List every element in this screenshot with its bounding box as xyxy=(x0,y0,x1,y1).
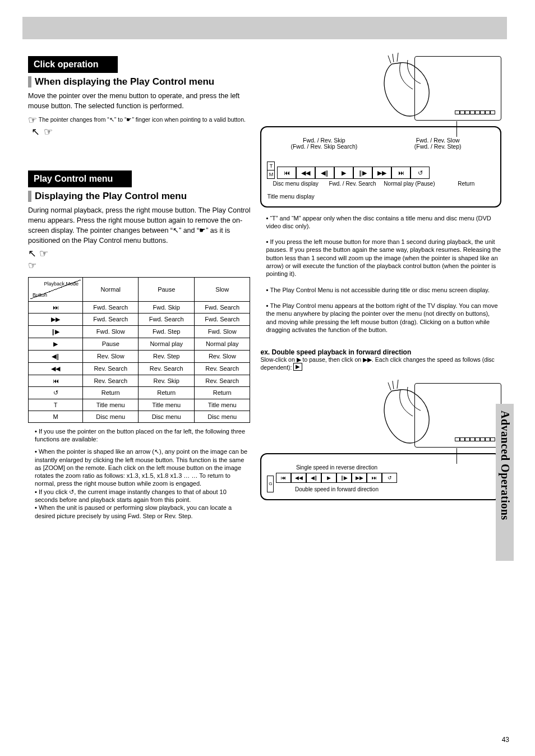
table-header-mode: Playback Mode xyxy=(44,281,79,287)
t-button[interactable]: T xyxy=(268,162,274,170)
table-cell: Return xyxy=(83,386,139,399)
table-row-button: ◀◀ xyxy=(29,362,83,375)
play-control-diagram-1: Fwd. / Rev. Skip (Fwd. / Rev. Skip Searc… xyxy=(260,126,501,208)
table-cell: Fwd. Search xyxy=(194,301,250,313)
table-cell: Rev. Search xyxy=(83,375,139,386)
play-button[interactable]: ▶ xyxy=(334,167,353,179)
note-not-accessible: The Play Control Menu is not accessible … xyxy=(266,286,501,294)
table-cell: Normal play xyxy=(194,338,250,350)
mini-control-bar xyxy=(455,110,495,114)
table-cell: Fwd. Skip xyxy=(139,301,194,313)
cap-return: Return xyxy=(438,181,495,187)
fwd-search-button[interactable]: ▶▶ xyxy=(372,167,391,179)
return-bullet: If you click ↺, the current image instan… xyxy=(35,488,250,504)
header-bar xyxy=(22,17,507,39)
note-below-table: If you use the pointer on the button pla… xyxy=(35,427,250,444)
table-cell: Disc menu xyxy=(139,411,194,422)
table-row-button: ▶▶ xyxy=(29,313,83,325)
heading-play-control-menu: Play Control menu xyxy=(28,170,132,187)
cap-disc-menu: Disc menu display xyxy=(267,181,324,187)
play-icon-inline: ▶ xyxy=(293,363,302,371)
cap-search: Fwd. / Rev. Search xyxy=(324,181,381,187)
table-cell: Return xyxy=(194,386,250,399)
label-title-menu: Title menu display xyxy=(267,193,495,200)
note-t-m: “T” and “M” appear only when the disc co… xyxy=(266,214,501,231)
table-cell: Pause xyxy=(83,338,139,350)
note-pointer-change: The pointer changes from “↖” to “☛” fing… xyxy=(39,116,246,123)
zoom-bullet: When the pointer is shaped like an arrow… xyxy=(35,448,250,487)
finger-icon: ☞ xyxy=(28,114,37,126)
table-cell: Fwd. Slow xyxy=(83,325,139,338)
table-row-button: ⏭ xyxy=(29,301,83,313)
cap-slow: Fwd. / Rev. Slow (Fwd. / Rev. Step) xyxy=(381,137,495,150)
fwd-search-button[interactable]: ▶▶ xyxy=(352,473,367,483)
table-cell: Disc menu xyxy=(83,411,139,422)
prev-skip-button[interactable]: ⏮ xyxy=(277,167,296,179)
illustration-mouse-monitor-1 xyxy=(372,56,501,132)
table-cell: Rev. Search xyxy=(139,362,194,375)
return-button[interactable]: ↺ xyxy=(411,167,430,179)
play-button[interactable]: ▶ xyxy=(321,473,336,483)
rev-step-button[interactable]: ◀‖ xyxy=(306,473,321,483)
command-table: Playback ModeButton Normal Pause Slow ⏭F… xyxy=(28,277,250,423)
next-skip-button[interactable]: ⏭ xyxy=(391,167,411,179)
prev-skip-button[interactable]: ⏮ xyxy=(276,473,291,483)
table-row-button: M xyxy=(29,411,83,422)
table-row-button: ‖▶ xyxy=(29,325,83,338)
table-col-slow: Slow xyxy=(194,277,250,301)
table-row-button: ▶ xyxy=(29,338,83,350)
inline-icons-row: ↖ ☞ xyxy=(28,248,250,259)
finger-icon-large: ☞ xyxy=(28,260,250,271)
fwd-step-button[interactable]: ‖▶ xyxy=(336,473,352,483)
table-row-button: ◀‖ xyxy=(29,350,83,362)
table-cell: Return xyxy=(139,386,194,399)
table-cell: Fwd. Search xyxy=(83,301,139,313)
example-text: Slow-click on ▶ to pause, then click on … xyxy=(260,356,501,371)
table-cell: Fwd. Step xyxy=(139,325,194,338)
mini-control-bar xyxy=(455,437,495,441)
fwd-step-button[interactable]: ‖▶ xyxy=(353,167,372,179)
table-cell: Rev. Slow xyxy=(194,350,250,362)
table-cell: Rev. Skip xyxy=(139,375,194,386)
g-button[interactable]: G xyxy=(267,476,274,492)
table-cell: Rev. Search xyxy=(83,362,139,375)
para-click-op: Move the pointer over the menu button to… xyxy=(28,91,250,111)
rev-search-button[interactable]: ◀◀ xyxy=(296,167,315,179)
table-cell: Fwd. Slow xyxy=(194,325,250,338)
table-cell: Rev. Search xyxy=(194,362,250,375)
table-cell: Rev. Search xyxy=(194,375,250,386)
table-cell: Title menu xyxy=(139,399,194,411)
cap-double-fwd: Double speed in forward direction xyxy=(276,486,397,492)
note-hold-pause: If you press the left mouse button for m… xyxy=(266,238,501,278)
table-col-normal: Normal xyxy=(83,277,139,301)
table-cell: Fwd. Search xyxy=(139,313,194,325)
cap-skip: Fwd. / Rev. Skip (Fwd. / Rev. Skip Searc… xyxy=(267,137,381,150)
illustration-mouse-monitor-2 xyxy=(372,383,501,459)
play-control-diagram-2: G Single speed in reverse direction ⏮ ◀◀… xyxy=(260,453,501,500)
finger-icon: ☞ xyxy=(39,248,48,259)
return-button[interactable]: ↺ xyxy=(382,473,397,483)
arrow-icon: ↖ xyxy=(31,126,40,138)
example-heading: ex. Double speed playback in forward dir… xyxy=(260,348,501,356)
next-skip-button[interactable]: ⏭ xyxy=(367,473,382,483)
table-cell: Fwd. Search xyxy=(194,313,250,325)
note-drag-menu: The Play Control menu appears at the bot… xyxy=(266,302,501,334)
table-row-button: ↺ xyxy=(29,386,83,399)
table-cell: Title menu xyxy=(194,399,250,411)
table-row-button: T xyxy=(29,399,83,411)
finger-icon: ☞ xyxy=(44,126,53,138)
cap-normal: Normal play (Pause) xyxy=(381,181,437,187)
subheading-displaying: Displaying the Play Control menu xyxy=(28,191,250,202)
side-tab-advanced: Advanced Operations xyxy=(496,404,514,561)
table-row-button: ⏮ xyxy=(29,375,83,386)
subheading-display-play-control: When displaying the Play Control menu xyxy=(28,76,250,87)
table-cell: Normal play xyxy=(139,338,194,350)
step-bullet: When the unit is paused or performing sl… xyxy=(35,504,250,520)
rev-step-button[interactable]: ◀‖ xyxy=(315,167,334,179)
rev-search-button[interactable]: ◀◀ xyxy=(291,473,306,483)
table-cell: Title menu xyxy=(83,399,139,411)
m-button[interactable]: M xyxy=(268,170,274,178)
table-cell: Rev. Slow xyxy=(83,350,139,362)
arrow-icon: ↖ xyxy=(28,248,36,259)
heading-click-operation: Click operation xyxy=(28,56,118,73)
